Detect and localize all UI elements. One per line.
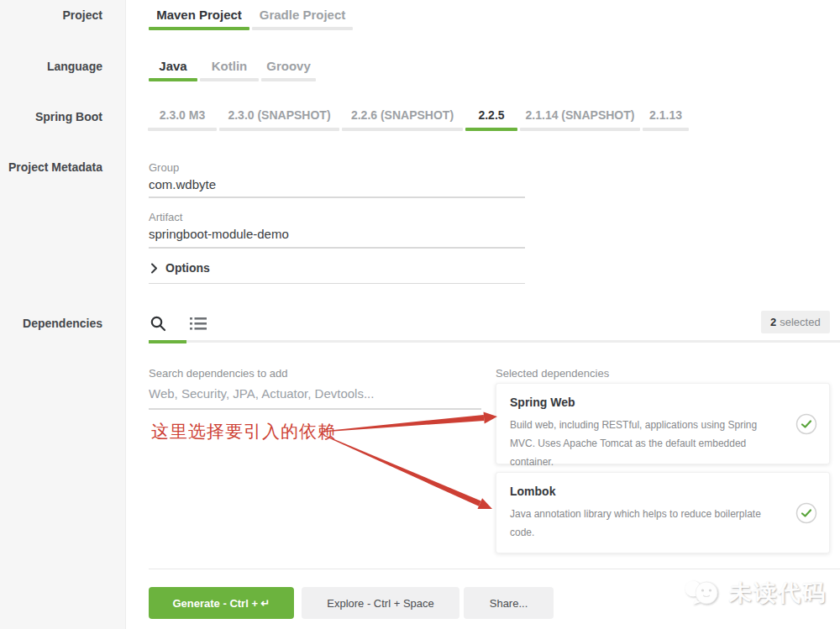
group-field-underline	[149, 197, 525, 198]
tab-underline	[149, 27, 249, 30]
dependency-title: Spring Web	[510, 396, 575, 409]
options-underline	[149, 283, 525, 284]
group-field-label: Group	[149, 161, 179, 174]
spring-initializr-page: Project Language Spring Boot Project Met…	[0, 0, 840, 629]
sidebar-label-language: Language	[47, 60, 102, 73]
tab-underline	[342, 128, 463, 131]
tab-maven-project[interactable]: Maven Project	[149, 8, 249, 30]
tab-underline	[200, 78, 259, 81]
tab-label: 2.1.14 (SNAPSHOT)	[520, 109, 640, 122]
tab-underline	[219, 128, 339, 131]
dependency-description: Java annotation library which helps to r…	[510, 505, 779, 542]
search-tab-underline	[149, 340, 186, 343]
tab-label: 2.3.0 M3	[148, 109, 217, 122]
tab-underline	[643, 128, 689, 131]
list-icon	[190, 317, 207, 331]
footer-divider	[149, 569, 840, 569]
tab-kotlin[interactable]: Kotlin	[200, 60, 259, 81]
list-tab[interactable]	[189, 314, 207, 333]
share-button[interactable]: Share...	[464, 587, 554, 619]
chevron-right-icon	[150, 263, 158, 274]
dependency-card-spring-web[interactable]: Spring Web Build web, including RESTful,…	[496, 383, 830, 464]
main-content: Maven Project Gradle Project Java Kotlin…	[126, 0, 840, 629]
sidebar: Project Language Spring Boot Project Met…	[0, 0, 126, 629]
generate-button[interactable]: Generate - Ctrl + ↵	[149, 587, 294, 619]
tab-version-2-1-13[interactable]: 2.1.13	[643, 109, 689, 131]
tab-underline	[148, 128, 217, 131]
tab-java[interactable]: Java	[149, 60, 197, 81]
annotation-text: 这里选择要引入的依赖	[151, 420, 336, 443]
dependency-description: Build web, including RESTful, applicatio…	[510, 416, 779, 471]
selected-count-suffix: selected	[780, 316, 820, 328]
tab-underline	[520, 128, 640, 131]
tab-version-2-3-0-snapshot[interactable]: 2.3.0 (SNAPSHOT)	[219, 109, 339, 131]
dependency-card-lombok[interactable]: Lombok Java annotation library which hel…	[496, 472, 830, 553]
tab-version-2-1-14-snapshot[interactable]: 2.1.14 (SNAPSHOT)	[520, 109, 640, 131]
sidebar-label-dependencies: Dependencies	[23, 317, 102, 330]
search-tab[interactable]	[149, 314, 167, 333]
tab-underline	[465, 128, 517, 131]
tab-label: Kotlin	[200, 60, 259, 72]
sidebar-label-spring-boot: Spring Boot	[35, 110, 102, 123]
check-icon[interactable]	[795, 413, 817, 435]
search-icon	[150, 315, 167, 333]
tab-label: Groovy	[261, 60, 316, 72]
search-dependencies-label: Search dependencies to add	[149, 367, 288, 380]
tab-label: 2.3.0 (SNAPSHOT)	[219, 109, 339, 122]
tab-label: 2.1.13	[643, 109, 689, 122]
selected-dependencies-header: Selected dependencies	[496, 367, 609, 380]
tab-gradle-project[interactable]: Gradle Project	[252, 8, 353, 30]
sidebar-label-project-metadata: Project Metadata	[8, 160, 102, 174]
sidebar-label-project: Project	[63, 8, 102, 22]
language-tabs: Java Kotlin Groovy	[149, 60, 318, 81]
tab-version-2-3-0-m3[interactable]: 2.3.0 M3	[148, 109, 217, 131]
artifact-field-underline	[149, 247, 525, 249]
options-toggle[interactable]: Options	[150, 261, 210, 275]
artifact-field-value[interactable]: springboot-module-demo	[149, 227, 289, 241]
tab-label: 2.2.5	[465, 109, 517, 122]
project-type-tabs: Maven Project Gradle Project	[149, 8, 355, 30]
tab-version-2-2-6-snapshot[interactable]: 2.2.6 (SNAPSHOT)	[342, 109, 463, 131]
selected-count-badge: 2selected	[761, 311, 830, 333]
tab-underline	[261, 78, 316, 81]
options-label: Options	[165, 261, 210, 275]
artifact-field-label: Artifact	[149, 211, 182, 223]
dependencies-divider	[149, 340, 840, 343]
dependency-title: Lombok	[510, 485, 555, 498]
dependencies-toolbar	[149, 314, 207, 333]
tab-version-2-2-5[interactable]: 2.2.5	[465, 109, 517, 131]
search-dependencies-input[interactable]	[149, 386, 481, 401]
check-icon[interactable]	[795, 502, 817, 524]
tab-groovy[interactable]: Groovy	[261, 60, 316, 81]
tab-label: Gradle Project	[252, 8, 353, 21]
selected-count: 2	[770, 316, 776, 328]
search-input-underline	[149, 408, 481, 410]
tab-underline	[149, 78, 197, 81]
tab-label: Java	[149, 60, 197, 72]
spring-boot-version-tabs: 2.3.0 M3 2.3.0 (SNAPSHOT) 2.2.6 (SNAPSHO…	[148, 109, 691, 131]
tab-label: 2.2.6 (SNAPSHOT)	[342, 109, 463, 122]
tab-label: Maven Project	[149, 8, 249, 21]
tab-underline	[252, 27, 353, 30]
explore-button[interactable]: Explore - Ctrl + Space	[302, 587, 459, 619]
group-field-value[interactable]: com.wdbyte	[149, 177, 216, 191]
